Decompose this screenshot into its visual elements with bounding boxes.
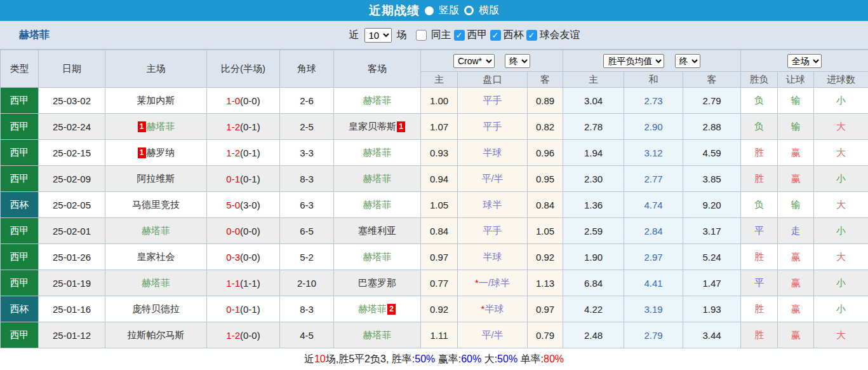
- team-name: 赫塔菲: [147, 121, 175, 132]
- avg-draw-odds: 4.74: [624, 192, 683, 218]
- crown-handicap: 平手: [458, 88, 528, 114]
- fulltime-score: 1-1: [226, 278, 240, 289]
- same-home-label[interactable]: 同主: [431, 29, 451, 42]
- result-handicap: 赢: [778, 322, 814, 348]
- matches-label: 场: [397, 29, 407, 42]
- avg-draw-odds: 2.90: [624, 114, 683, 140]
- team-name: 赫塔菲: [358, 303, 387, 314]
- crown-home-odds: 0.84: [421, 218, 458, 244]
- table-row: 西甲25-03-02莱加内斯1-0(0-0)2-6赫塔菲1.00平手0.893.…: [1, 88, 868, 114]
- result-handicap: 输: [778, 192, 814, 218]
- sub-header-avg-draw: 和: [624, 72, 683, 88]
- team-name: 莱加内斯: [137, 95, 175, 106]
- home-team-cell: 赫塔菲: [105, 218, 207, 244]
- date-cell: 25-02-15: [39, 140, 105, 166]
- home-team-cell: 赫塔菲: [105, 270, 207, 296]
- league-cell: 西甲: [1, 244, 39, 270]
- scope-select[interactable]: 全场: [787, 54, 822, 68]
- team-name-title: 赫塔菲: [19, 29, 50, 42]
- avg-away-odds: 9.20: [683, 192, 741, 218]
- home-team-cell: 1赫塔菲: [105, 114, 207, 140]
- summary-segment: 近: [304, 353, 314, 364]
- fulltime-score: 5-0: [226, 200, 240, 210]
- result-handicap: 赢: [778, 296, 814, 322]
- crown-home-odds: 0.93: [421, 140, 458, 166]
- laliga-label[interactable]: 西甲: [467, 29, 488, 42]
- avg-away-odds: 5.24: [683, 244, 741, 270]
- horizontal-layout-label[interactable]: 横版: [479, 4, 499, 17]
- team-name: 马德里竞技: [132, 199, 180, 210]
- crown-handicap: 平/半: [458, 166, 528, 192]
- halftime-score: (0-1): [240, 174, 260, 184]
- summary-segment: 60%: [461, 353, 481, 364]
- avg-draw-odds: 2.97: [624, 244, 683, 270]
- friendly-checkbox[interactable]: [526, 30, 537, 41]
- result-winloss: 胜: [741, 244, 778, 270]
- league-cell: 西甲: [1, 88, 39, 114]
- team-name: 赫塔菲: [363, 251, 392, 262]
- crown-home-odds: 1.05: [421, 192, 458, 218]
- halftime-score: (0-1): [240, 147, 260, 158]
- bookmaker-time-select[interactable]: 终: [505, 54, 530, 68]
- fulltime-score: 0-0: [226, 226, 240, 236]
- bookmaker-select[interactable]: Crow*: [453, 54, 495, 68]
- sub-header-winloss: 胜负: [741, 72, 778, 88]
- friendly-label[interactable]: 球会友谊: [540, 29, 580, 42]
- date-cell: 25-02-24: [39, 114, 105, 140]
- page-title: 近期战绩: [369, 3, 420, 19]
- crown-home-odds: 1.11: [421, 322, 458, 348]
- avg-draw-odds: 2.77: [624, 166, 683, 192]
- result-winloss: 平: [741, 270, 778, 296]
- results-body: 西甲25-03-02莱加内斯1-0(0-0)2-6赫塔菲1.00平手0.893.…: [1, 88, 868, 348]
- league-cell: 西甲: [1, 166, 39, 192]
- table-row: 西甲25-01-12拉斯帕尔马斯1-2(0-0)4-5赫塔菲1.11平/半0.7…: [1, 322, 868, 348]
- team-name: 拉斯帕尔马斯: [128, 329, 185, 340]
- score-cell: 5-0(3-0): [207, 192, 280, 218]
- crown-home-odds: 1.00: [421, 88, 458, 114]
- fulltime-score: 0-1: [226, 174, 240, 184]
- team-name: 赫塔菲: [363, 95, 392, 106]
- copa-label[interactable]: 西杯: [504, 29, 524, 42]
- handicap-text: 球半: [483, 199, 502, 210]
- avg-draw-odds: 2.73: [624, 88, 683, 114]
- avg-home-odds: 6.84: [563, 270, 624, 296]
- table-row: 西甲25-02-241赫塔菲1-2(0-1)2-5皇家贝蒂斯11.07平手0.8…: [1, 114, 868, 140]
- laliga-checkbox[interactable]: [454, 30, 465, 41]
- vertical-layout-radio[interactable]: [425, 6, 434, 15]
- result-handicap: 输: [778, 114, 814, 140]
- handicap-text: 平手: [483, 225, 502, 236]
- vertical-layout-label[interactable]: 竖版: [439, 4, 459, 17]
- result-winloss: 胜: [741, 140, 778, 166]
- fulltime-score: 0-1: [226, 304, 240, 315]
- average-select[interactable]: 胜平负均值: [603, 54, 664, 68]
- fulltime-score: 0-3: [226, 252, 240, 263]
- crown-away-odds: 0.92: [528, 244, 563, 270]
- copa-checkbox[interactable]: [490, 30, 501, 41]
- col-header-corner: 角球: [280, 50, 334, 88]
- crown-home-odds: 1.07: [421, 114, 458, 140]
- crown-home-odds: 0.77: [421, 270, 458, 296]
- away-team-cell: 赫塔菲: [334, 140, 421, 166]
- result-goals: 大: [814, 244, 868, 270]
- crown-home-odds: 0.94: [421, 166, 458, 192]
- halftime-score: (0-0): [240, 330, 260, 341]
- corner-cell: 2-5: [280, 114, 334, 140]
- red-card-badge: 1: [397, 121, 405, 132]
- same-home-checkbox[interactable]: [416, 30, 427, 41]
- halftime-score: (0-1): [240, 304, 260, 315]
- corner-cell: 6-3: [280, 192, 334, 218]
- sub-header-crown-home: 主: [421, 72, 458, 88]
- result-goals: 小: [814, 166, 868, 192]
- score-cell: 1-2(0-1): [207, 114, 280, 140]
- corner-cell: 5-2: [280, 244, 334, 270]
- sub-header-crown-away: 客: [528, 72, 563, 88]
- halftime-score: (1-1): [240, 278, 260, 289]
- red-card-badge: 1: [138, 147, 146, 158]
- team-name: 赫塔菲: [142, 277, 170, 288]
- avg-away-odds: 3.17: [683, 218, 741, 244]
- horizontal-layout-radio[interactable]: [464, 6, 474, 15]
- recent-label: 近: [349, 29, 359, 42]
- average-time-select[interactable]: 终: [675, 54, 700, 68]
- league-cell: 西甲: [1, 322, 39, 348]
- recent-count-select[interactable]: 10: [364, 28, 392, 43]
